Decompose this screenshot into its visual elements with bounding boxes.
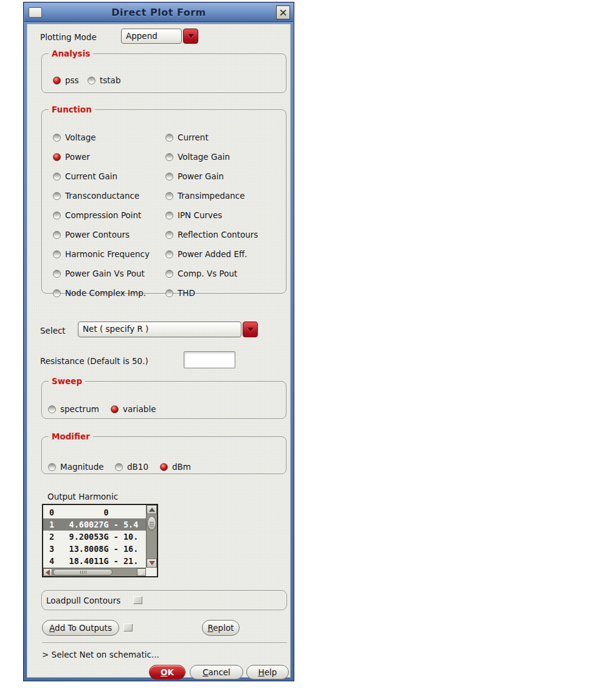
- radio-option-transconductance[interactable]: Transconductance: [53, 191, 165, 201]
- chevron-down-icon: [247, 328, 254, 332]
- radio-option-spectrum[interactable]: spectrum: [48, 404, 99, 414]
- radio-icon: [115, 463, 123, 471]
- radio-icon: [165, 212, 173, 219]
- resistance-input[interactable]: [184, 351, 235, 368]
- add-to-outputs-checkbox[interactable]: [123, 624, 133, 631]
- vertical-scroll-thumb[interactable]: [147, 516, 156, 531]
- divider: [42, 642, 287, 644]
- radio-option-tstab[interactable]: tstab: [88, 75, 120, 85]
- select-dropdown[interactable]: Net ( specify R ): [78, 322, 258, 337]
- radio-option-dbm[interactable]: dBm: [160, 462, 191, 472]
- radio-icon: [53, 134, 61, 142]
- dropdown-arrow-button[interactable]: [243, 322, 258, 337]
- radio-icon: [111, 405, 119, 413]
- harmonic-row[interactable]: 0 0: [43, 506, 146, 518]
- radio-option-transimpedance[interactable]: Transimpedance: [165, 191, 258, 201]
- scroll-right-icon[interactable]: [137, 568, 146, 576]
- titlebar[interactable]: Direct Plot Form ✕: [24, 3, 293, 22]
- radio-option-power[interactable]: Power: [53, 152, 165, 162]
- resistance-label: Resistance (Default is 50.): [40, 356, 148, 366]
- add-to-outputs-button[interactable]: Add To Outputs: [42, 620, 119, 636]
- modifier-group-title: Modifier: [49, 432, 93, 441]
- harmonic-row[interactable]: 1 4.60027G - 5.4: [43, 518, 146, 531]
- dropdown-arrow-button[interactable]: [183, 29, 198, 44]
- radio-option-magnitude[interactable]: Magnitude: [48, 462, 104, 472]
- scrollbar-corner: [146, 568, 157, 576]
- radio-option-comp-vs-pout[interactable]: Comp. Vs Pout: [165, 269, 258, 278]
- radio-icon: [53, 77, 61, 84]
- select-label: Select: [40, 326, 66, 335]
- radio-icon: [53, 231, 61, 239]
- radio-icon: [165, 231, 173, 239]
- plotting-mode-label: Plotting Mode: [40, 32, 97, 42]
- radio-option-harmonic-frequency[interactable]: Harmonic Frequency: [53, 249, 165, 259]
- horizontal-scroll-thumb[interactable]: [53, 569, 112, 576]
- output-harmonic-list: 0 0 1 4.60027G - 5.4 2 9.20053G - 10. 3 …: [42, 504, 158, 577]
- radio-option-thd[interactable]: THD: [165, 288, 258, 298]
- analysis-group-title: Analysis: [49, 49, 93, 58]
- radio-option-power-added-eff[interactable]: Power Added Eff.: [165, 249, 258, 259]
- sweep-group-title: Sweep: [49, 376, 85, 386]
- radio-option-variable[interactable]: variable: [111, 404, 156, 414]
- radio-icon: [165, 153, 173, 161]
- harmonic-row[interactable]: 2 9.20053G - 10.: [43, 531, 146, 543]
- loadpull-label: Loadpull Contours: [46, 596, 120, 605]
- radio-option-db10[interactable]: dB10: [115, 462, 148, 472]
- radio-option-pss[interactable]: pss: [53, 75, 79, 85]
- radio-icon: [53, 289, 61, 297]
- radio-option-node-complex-imp[interactable]: Node Complex Imp.: [53, 288, 165, 298]
- radio-icon: [160, 463, 168, 471]
- analysis-group: Analysis: [41, 53, 286, 93]
- radio-icon: [88, 77, 95, 84]
- replot-button[interactable]: Replot: [202, 620, 240, 636]
- close-icon[interactable]: ✕: [276, 5, 290, 19]
- triangle-right-icon: [139, 569, 144, 576]
- radio-icon: [53, 212, 61, 219]
- function-options: Voltage Current Power Voltage Gain Curre…: [53, 132, 258, 298]
- radio-option-power-gain[interactable]: Power Gain: [165, 171, 258, 181]
- scroll-up-icon[interactable]: [147, 505, 157, 514]
- radio-option-current-gain[interactable]: Current Gain: [53, 171, 165, 181]
- harmonic-row[interactable]: 4 18.4011G - 21.: [43, 555, 146, 567]
- radio-option-current[interactable]: Current: [165, 132, 258, 142]
- plotting-mode-value: Append: [121, 29, 182, 44]
- output-harmonic-label: Output Harmonic: [47, 492, 118, 501]
- radio-icon: [48, 405, 56, 413]
- radio-option-reflection-contours[interactable]: Reflection Contours: [165, 230, 258, 239]
- triangle-up-icon: [149, 507, 155, 512]
- radio-option-voltage-gain[interactable]: Voltage Gain: [165, 152, 258, 162]
- harmonic-row[interactable]: 3 13.8008G - 16.: [43, 543, 146, 555]
- radio-icon: [53, 192, 61, 200]
- radio-option-power-contours[interactable]: Power Contours: [53, 230, 165, 239]
- ok-button[interactable]: OK: [149, 665, 185, 679]
- scroll-left-icon[interactable]: [43, 568, 52, 576]
- loadpull-group: Loadpull Contours: [41, 590, 287, 610]
- radio-icon: [53, 153, 61, 161]
- radio-icon: [165, 250, 173, 258]
- direct-plot-form-window: Direct Plot Form ✕ Plotting Mode Append …: [23, 2, 294, 681]
- radio-option-power-gain-vs-pout[interactable]: Power Gain Vs Pout: [53, 269, 165, 278]
- loadpull-checkbox[interactable]: [133, 596, 142, 604]
- window-title: Direct Plot Form: [24, 7, 293, 18]
- vertical-scrollbar[interactable]: [146, 505, 157, 568]
- radio-icon: [165, 270, 173, 278]
- radio-icon: [48, 463, 56, 471]
- scroll-down-icon[interactable]: [147, 559, 157, 568]
- help-button[interactable]: Help: [246, 665, 289, 679]
- radio-icon: [165, 289, 173, 297]
- radio-icon: [165, 134, 173, 142]
- plotting-mode-dropdown[interactable]: Append: [121, 29, 198, 44]
- radio-option-voltage[interactable]: Voltage: [53, 132, 165, 142]
- cancel-button[interactable]: Cancel: [190, 665, 243, 679]
- radio-option-compression-point[interactable]: Compression Point: [53, 210, 165, 220]
- chevron-down-icon: [188, 34, 194, 38]
- radio-option-ipn-curves[interactable]: IPN Curves: [165, 210, 258, 220]
- status-text: > Select Net on schematic...: [42, 650, 159, 659]
- radio-icon: [165, 192, 173, 200]
- harmonic-rows: 0 0 1 4.60027G - 5.4 2 9.20053G - 10. 3 …: [43, 506, 146, 567]
- horizontal-scrollbar[interactable]: [43, 568, 146, 576]
- triangle-left-icon: [46, 569, 50, 576]
- form-content: Plotting Mode Append Analysis pss tstab …: [27, 24, 291, 678]
- radio-icon: [165, 173, 173, 181]
- radio-icon: [53, 270, 61, 278]
